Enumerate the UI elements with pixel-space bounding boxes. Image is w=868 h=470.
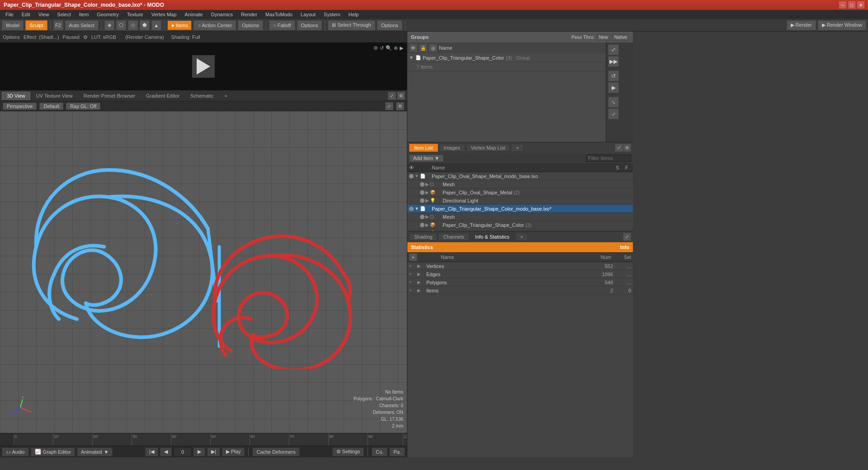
group-eye-btn[interactable]: 👁 xyxy=(409,44,417,52)
menu-view[interactable]: View xyxy=(35,11,53,18)
transport-play-fwd[interactable]: ▶ xyxy=(193,447,205,456)
item-row-0[interactable]: ▼ 📄 Paper_Clip_Oval_Shape_Metal_modo_bas… xyxy=(407,172,633,180)
side-expand3-btn[interactable]: ⤢ xyxy=(608,108,619,119)
itemlist-settings[interactable]: ⚙ xyxy=(623,144,631,152)
menu-maxtomodo[interactable]: MaxToModo xyxy=(262,11,296,18)
menu-animate[interactable]: Animate xyxy=(181,11,206,18)
close-button[interactable]: ✕ xyxy=(857,1,864,9)
stats-expand-vertices[interactable]: + xyxy=(409,263,417,268)
tab-render-preset[interactable]: Render Preset Browser xyxy=(79,92,140,100)
stats-expand-items[interactable]: + xyxy=(409,288,417,293)
minimize-button[interactable]: ─ xyxy=(839,1,846,9)
vp-settings-btn[interactable]: ⚙ xyxy=(397,92,405,100)
preview-play-button[interactable] xyxy=(192,55,215,78)
preview-ctrl-zoom[interactable]: 🔍 xyxy=(386,45,392,51)
vp-toolbar-expand[interactable]: ⤢ xyxy=(385,102,393,110)
icon-btn-1[interactable]: ◈ xyxy=(104,20,114,30)
menu-item[interactable]: Item xyxy=(75,11,92,18)
copy-button[interactable]: Co. xyxy=(372,447,387,456)
select-through-button[interactable]: ⊞ Select Through xyxy=(328,20,375,30)
menu-render[interactable]: Render xyxy=(237,11,261,18)
groups-tree[interactable]: ▼ 📄 Paper_Clip_Triangular_Shape_Color (3… xyxy=(407,53,606,121)
tab-images[interactable]: Images xyxy=(439,144,465,152)
stats-expand-edges[interactable]: + xyxy=(409,272,417,277)
group-vis-btn[interactable]: ◎ xyxy=(429,44,437,52)
vp-toolbar-settings[interactable]: ⚙ xyxy=(396,102,404,110)
item-row-7[interactable]: ▶ 💡 Directional Light xyxy=(407,229,633,231)
items-button[interactable]: ● Items xyxy=(167,20,192,30)
icon-btn-3[interactable]: ◇ xyxy=(128,20,138,30)
pass-new-button[interactable]: New xyxy=(597,34,610,41)
graph-editor-button[interactable]: 📈 Graph Editor xyxy=(31,447,75,456)
side-expand2-btn[interactable]: ⤡ xyxy=(608,97,619,108)
side-right-btn[interactable]: ▶ xyxy=(608,82,619,93)
tab-info-stats[interactable]: Info & Statistics xyxy=(470,233,514,241)
icon-btn-4[interactable]: ⬟ xyxy=(140,20,150,30)
model-button[interactable]: Model xyxy=(2,20,24,30)
action-center-button[interactable]: ○ Action Center xyxy=(193,20,236,30)
tab-shading[interactable]: Shading xyxy=(409,233,437,241)
preview-options-label[interactable]: Options xyxy=(3,34,20,40)
item-row-1[interactable]: ▶ ⬡ Mesh xyxy=(407,180,633,188)
maximize-button[interactable]: □ xyxy=(848,1,855,9)
menu-geometry[interactable]: Geometry xyxy=(93,11,122,18)
tab-uv-texture[interactable]: UV Texture View xyxy=(31,92,78,100)
tab-stats-add[interactable]: + xyxy=(515,233,528,241)
options3-button[interactable]: Options xyxy=(377,20,402,30)
menu-system[interactable]: System xyxy=(320,11,344,18)
menu-dynamics[interactable]: Dynamics xyxy=(208,11,236,18)
stats-expand-polygons[interactable]: + xyxy=(409,280,417,285)
item-row-5[interactable]: ▶ ⬡ Mesh xyxy=(407,213,633,221)
stats-arrow-polygons[interactable]: ▶ xyxy=(417,280,426,285)
ray-gl-button[interactable]: Ray GL: Off xyxy=(66,103,100,110)
menu-edit[interactable]: Edit xyxy=(18,11,34,18)
tab-add[interactable]: + xyxy=(219,92,232,100)
stats-arrow-edges[interactable]: ▶ xyxy=(417,272,426,277)
add-item-button[interactable]: Add Item ▼ xyxy=(409,155,443,162)
item-row-2[interactable]: ▶ 📦 Paper_Clip_Oval_Shape_Metal (2) xyxy=(407,188,633,197)
options2-button[interactable]: Options xyxy=(297,20,322,30)
transport-end[interactable]: ▶| xyxy=(207,447,220,456)
item-expand-0[interactable]: ▼ xyxy=(415,174,419,179)
cache-deformers-button[interactable]: Cache Deformers xyxy=(252,447,299,456)
transport-start[interactable]: |◀ xyxy=(145,447,158,456)
default-button[interactable]: Default xyxy=(39,103,63,110)
paste-button[interactable]: Pa. xyxy=(389,447,405,456)
tab-vertex-map-list[interactable]: Vertex Map List xyxy=(466,144,510,152)
menu-layout[interactable]: Layout xyxy=(297,11,319,18)
group-lock-btn[interactable]: 🔒 xyxy=(419,44,427,52)
tab-schematic[interactable]: Schematic xyxy=(185,92,218,100)
preview-ctrl-add[interactable]: ⊕ xyxy=(394,45,398,51)
stat-row-items[interactable]: + ▶ Items 2 0 xyxy=(407,287,633,295)
side-expand-btn[interactable]: ⤢ xyxy=(608,44,619,55)
group-sub-item[interactable]: 7 Items xyxy=(407,62,606,71)
audio-button[interactable]: ♪ ♪ Audio xyxy=(2,447,29,456)
vp-expand-btn[interactable]: ⤢ xyxy=(388,92,396,100)
play-button[interactable]: ▶ Play xyxy=(222,447,245,456)
item-row-4[interactable]: ▼ 📄 Paper_Clip_Triangular_Shape_Color_mo… xyxy=(407,205,633,213)
itemlist-expand[interactable]: ⤢ xyxy=(615,144,623,152)
sculpt-button[interactable]: Sculpt xyxy=(25,20,47,30)
stats-arrow-items[interactable]: ▶ xyxy=(417,288,426,293)
preview-settings-icon[interactable]: ⚙ xyxy=(83,34,88,40)
pass-native-button[interactable]: Native xyxy=(612,34,629,41)
preview-ctrl-reset[interactable]: ↺ xyxy=(380,45,384,51)
stat-row-vertices[interactable]: + ▶ Vertices 552 ... xyxy=(407,262,633,270)
tab-3dview[interactable]: 3D View xyxy=(2,92,30,100)
stats-arrow-vertices[interactable]: ▶ xyxy=(417,263,426,268)
settings-button[interactable]: ⚙ Settings xyxy=(332,447,364,456)
stat-row-polygons[interactable]: + ▶ Polygons 548 ... xyxy=(407,278,633,287)
tab-add[interactable]: + xyxy=(511,144,524,152)
viewport-3d[interactable]: No Items Polygons : Catmull-Clark Channe… xyxy=(0,111,407,433)
animated-button[interactable]: Animated ▼ xyxy=(77,447,113,456)
stats-expand[interactable]: ⤢ xyxy=(623,233,631,241)
icon-btn-5[interactable]: ▲ xyxy=(151,20,161,30)
render-window-button[interactable]: ▶ Render Window xyxy=(818,20,866,30)
menu-file[interactable]: File xyxy=(2,11,17,18)
itemlist-content[interactable]: ▼ 📄 Paper_Clip_Oval_Shape_Metal_modo_bas… xyxy=(407,172,633,231)
side-refresh-btn[interactable]: ↺ xyxy=(608,70,619,81)
transport-back[interactable]: ◀ xyxy=(160,447,172,456)
frame-input[interactable] xyxy=(174,447,192,456)
menu-texture[interactable]: Texture xyxy=(123,11,147,18)
menu-vertexmap[interactable]: Vertex Map xyxy=(148,11,180,18)
